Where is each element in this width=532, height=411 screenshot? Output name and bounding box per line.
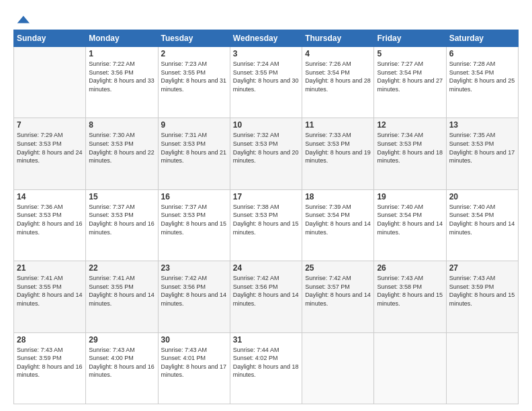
day-cell: 5 Sunrise: 7:27 AM Sunset: 3:54 PM Dayli…	[374, 47, 446, 118]
day-cell: 3 Sunrise: 7:24 AM Sunset: 3:55 PM Dayli…	[230, 47, 302, 118]
daylight-label: Daylight: 8 hours and 14 minutes.	[17, 291, 83, 307]
day-cell: 28 Sunrise: 7:43 AM Sunset: 3:59 PM Dayl…	[14, 332, 86, 404]
day-info: Sunrise: 7:41 AM Sunset: 3:55 PM Dayligh…	[89, 274, 154, 308]
day-info: Sunrise: 7:43 AM Sunset: 3:59 PM Dayligh…	[449, 274, 515, 308]
day-number: 20	[449, 192, 515, 201]
sunrise-label: Sunrise: 7:39 AM	[305, 203, 351, 210]
day-info: Sunrise: 7:43 AM Sunset: 3:58 PM Dayligh…	[377, 274, 443, 308]
daylight-label: Daylight: 8 hours and 15 minutes.	[161, 220, 227, 236]
day-info: Sunrise: 7:40 AM Sunset: 3:54 PM Dayligh…	[449, 203, 515, 236]
daylight-label: Daylight: 8 hours and 14 minutes.	[449, 220, 515, 236]
weekday-header-wednesday: Wednesday	[230, 30, 302, 47]
sunset-label: Sunset: 3:53 PM	[17, 140, 62, 147]
day-cell: 25 Sunrise: 7:42 AM Sunset: 3:57 PM Dayl…	[302, 261, 374, 332]
calendar-table: SundayMondayTuesdayWednesdayThursdayFrid…	[13, 30, 519, 404]
weekday-header-thursday: Thursday	[302, 30, 374, 47]
sunset-label: Sunset: 4:01 PM	[161, 355, 206, 361]
sunset-label: Sunset: 3:56 PM	[89, 69, 134, 76]
sunset-label: Sunset: 3:55 PM	[233, 69, 278, 76]
daylight-label: Daylight: 8 hours and 16 minutes.	[17, 363, 83, 379]
day-number: 17	[233, 192, 299, 201]
daylight-label: Daylight: 8 hours and 19 minutes.	[305, 149, 371, 165]
day-cell: 8 Sunrise: 7:30 AM Sunset: 3:53 PM Dayli…	[86, 118, 158, 189]
sunset-label: Sunset: 3:54 PM	[305, 212, 350, 218]
sunset-label: Sunset: 4:00 PM	[89, 355, 134, 361]
header	[13, 12, 519, 24]
week-row-3: 14 Sunrise: 7:36 AM Sunset: 3:53 PM Dayl…	[14, 189, 519, 261]
sunset-label: Sunset: 3:54 PM	[377, 212, 422, 218]
sunset-label: Sunset: 3:54 PM	[377, 69, 422, 76]
day-number: 10	[233, 120, 299, 130]
daylight-label: Daylight: 8 hours and 18 minutes.	[377, 149, 443, 165]
day-number: 19	[377, 192, 443, 201]
sunrise-label: Sunrise: 7:28 AM	[449, 60, 496, 67]
day-cell: 6 Sunrise: 7:28 AM Sunset: 3:54 PM Dayli…	[446, 47, 518, 118]
day-number: 3	[233, 49, 299, 58]
sunset-label: Sunset: 3:53 PM	[89, 140, 134, 147]
daylight-label: Daylight: 8 hours and 14 minutes.	[89, 291, 154, 307]
daylight-label: Daylight: 8 hours and 14 minutes.	[233, 291, 299, 307]
weekday-header-tuesday: Tuesday	[158, 30, 230, 47]
svg-marker-0	[17, 16, 30, 24]
daylight-label: Daylight: 8 hours and 14 minutes.	[377, 220, 443, 236]
day-cell: 24 Sunrise: 7:42 AM Sunset: 3:56 PM Dayl…	[230, 261, 302, 332]
day-info: Sunrise: 7:36 AM Sunset: 3:53 PM Dayligh…	[17, 203, 83, 236]
daylight-label: Daylight: 8 hours and 22 minutes.	[89, 149, 154, 165]
weekday-header-friday: Friday	[374, 30, 446, 47]
daylight-label: Daylight: 8 hours and 16 minutes.	[89, 363, 154, 379]
day-info: Sunrise: 7:34 AM Sunset: 3:53 PM Dayligh…	[377, 131, 443, 165]
week-row-5: 28 Sunrise: 7:43 AM Sunset: 3:59 PM Dayl…	[14, 332, 519, 404]
sunrise-label: Sunrise: 7:42 AM	[161, 275, 208, 281]
sunrise-label: Sunrise: 7:23 AM	[161, 60, 208, 67]
day-info: Sunrise: 7:29 AM Sunset: 3:53 PM Dayligh…	[17, 131, 83, 165]
sunset-label: Sunset: 3:55 PM	[17, 283, 62, 290]
sunrise-label: Sunrise: 7:37 AM	[89, 203, 135, 210]
day-cell: 17 Sunrise: 7:38 AM Sunset: 3:53 PM Dayl…	[230, 189, 302, 261]
sunrise-label: Sunrise: 7:29 AM	[17, 132, 63, 138]
day-cell: 13 Sunrise: 7:35 AM Sunset: 3:53 PM Dayl…	[446, 118, 518, 189]
sunset-label: Sunset: 3:53 PM	[449, 140, 494, 147]
day-cell: 11 Sunrise: 7:33 AM Sunset: 3:53 PM Dayl…	[302, 118, 374, 189]
sunset-label: Sunset: 3:53 PM	[233, 140, 278, 147]
day-number: 6	[449, 49, 515, 58]
daylight-label: Daylight: 8 hours and 30 minutes.	[233, 77, 299, 93]
sunrise-label: Sunrise: 7:35 AM	[449, 132, 496, 138]
sunset-label: Sunset: 3:57 PM	[305, 283, 350, 290]
day-cell: 27 Sunrise: 7:43 AM Sunset: 3:59 PM Dayl…	[446, 261, 518, 332]
sunrise-label: Sunrise: 7:44 AM	[233, 347, 279, 353]
day-info: Sunrise: 7:43 AM Sunset: 4:00 PM Dayligh…	[89, 346, 154, 379]
daylight-label: Daylight: 8 hours and 28 minutes.	[305, 77, 371, 93]
day-number: 1	[89, 49, 154, 58]
logo-icon	[15, 12, 30, 27]
day-info: Sunrise: 7:32 AM Sunset: 3:53 PM Dayligh…	[233, 131, 299, 165]
day-info: Sunrise: 7:28 AM Sunset: 3:54 PM Dayligh…	[449, 60, 515, 93]
day-info: Sunrise: 7:35 AM Sunset: 3:53 PM Dayligh…	[449, 131, 515, 165]
sunset-label: Sunset: 3:53 PM	[161, 212, 206, 218]
day-cell: 19 Sunrise: 7:40 AM Sunset: 3:54 PM Dayl…	[374, 189, 446, 261]
daylight-label: Daylight: 8 hours and 31 minutes.	[161, 77, 227, 93]
sunrise-label: Sunrise: 7:42 AM	[233, 275, 279, 281]
day-info: Sunrise: 7:31 AM Sunset: 3:53 PM Dayligh…	[161, 131, 227, 165]
day-info: Sunrise: 7:38 AM Sunset: 3:53 PM Dayligh…	[233, 203, 299, 236]
sunset-label: Sunset: 3:53 PM	[17, 212, 62, 218]
weekday-header-sunday: Sunday	[14, 30, 86, 47]
day-info: Sunrise: 7:27 AM Sunset: 3:54 PM Dayligh…	[377, 60, 443, 93]
day-number: 22	[89, 263, 154, 273]
sunrise-label: Sunrise: 7:38 AM	[233, 203, 279, 210]
sunrise-label: Sunrise: 7:41 AM	[89, 275, 135, 281]
day-number: 4	[305, 49, 371, 58]
day-number: 28	[17, 335, 83, 345]
sunrise-label: Sunrise: 7:43 AM	[161, 347, 208, 353]
weekday-header-row: SundayMondayTuesdayWednesdayThursdayFrid…	[14, 30, 519, 47]
day-info: Sunrise: 7:23 AM Sunset: 3:55 PM Dayligh…	[161, 60, 227, 93]
day-number: 24	[233, 263, 299, 273]
sunset-label: Sunset: 3:59 PM	[449, 283, 494, 290]
day-cell	[374, 332, 446, 404]
day-info: Sunrise: 7:42 AM Sunset: 3:57 PM Dayligh…	[305, 274, 371, 308]
day-info: Sunrise: 7:26 AM Sunset: 3:54 PM Dayligh…	[305, 60, 371, 93]
day-info: Sunrise: 7:43 AM Sunset: 3:59 PM Dayligh…	[17, 346, 83, 379]
week-row-2: 7 Sunrise: 7:29 AM Sunset: 3:53 PM Dayli…	[14, 118, 519, 189]
page: SundayMondayTuesdayWednesdayThursdayFrid…	[0, 0, 532, 411]
day-info: Sunrise: 7:42 AM Sunset: 3:56 PM Dayligh…	[233, 274, 299, 308]
day-cell: 15 Sunrise: 7:37 AM Sunset: 3:53 PM Dayl…	[86, 189, 158, 261]
